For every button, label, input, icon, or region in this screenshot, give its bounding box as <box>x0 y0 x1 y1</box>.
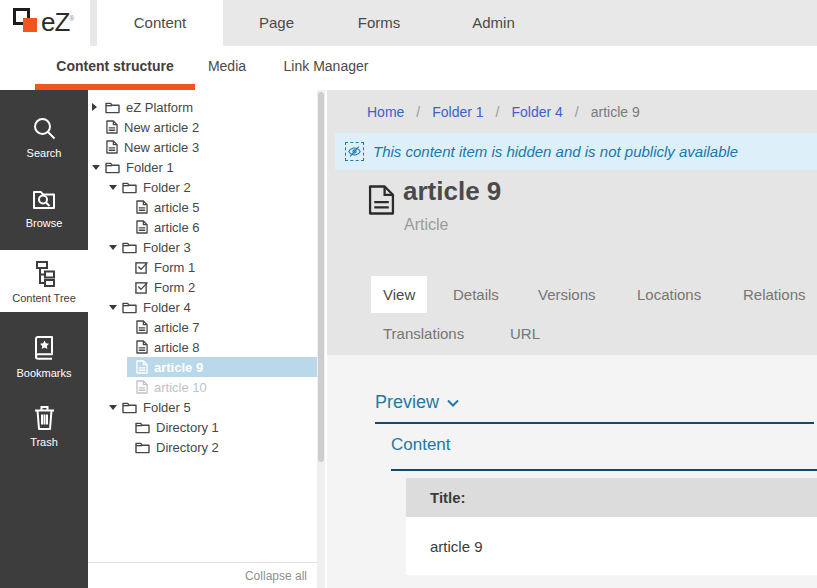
tab-relations[interactable]: Relations <box>731 276 817 313</box>
tree-item-form-1[interactable]: Form 1 <box>88 257 317 277</box>
tree-item-form-2[interactable]: Form 2 <box>88 277 317 297</box>
caret-down-icon[interactable] <box>92 165 100 170</box>
tree-scrollbar[interactable] <box>317 90 325 588</box>
tree-item-ez-platform[interactable]: eZ Platform <box>88 97 317 117</box>
sidebar-item-trash[interactable]: Trash <box>0 394 88 456</box>
tab-versions[interactable]: Versions <box>526 276 608 313</box>
field-label-title: Title: <box>406 478 817 517</box>
tree-item-label: article 7 <box>154 320 200 335</box>
tree-item-label: eZ Platform <box>126 100 193 115</box>
subnav-tab-content-structure[interactable]: Content structure <box>35 46 195 90</box>
caret-down-icon[interactable] <box>109 405 117 410</box>
tree-item-folder-2[interactable]: Folder 2 <box>88 177 317 197</box>
breadcrumb-link-folder-4[interactable]: Folder 4 <box>512 104 563 120</box>
hidden-eye-icon <box>345 142 364 161</box>
tree-item-label: Folder 4 <box>143 300 191 315</box>
sidebar-item-label: Browse <box>0 217 88 229</box>
tab-translations[interactable]: Translations <box>371 320 476 348</box>
tree-item-folder-1[interactable]: Folder 1 <box>88 157 317 177</box>
sidebar-item-content-tree[interactable]: Content Tree <box>0 250 88 312</box>
main-panel: Home / Folder 1 / Folder 4 / article 9 T… <box>327 90 817 588</box>
tree-item-label: Folder 1 <box>126 160 174 175</box>
field-value-title: article 9 <box>406 517 817 575</box>
tab-url[interactable]: URL <box>498 320 552 348</box>
tree-scrollbar-thumb[interactable] <box>318 92 324 462</box>
logo-text: eZ® <box>41 7 74 38</box>
folder-icon <box>135 441 150 454</box>
tree-item-article-7[interactable]: article 7 <box>88 317 317 337</box>
chevron-down-icon <box>447 399 459 407</box>
collapse-all-button[interactable]: Collapse all <box>88 562 317 588</box>
content-tree: eZ Platform New article 2 New article 3 … <box>88 97 317 457</box>
article-icon <box>136 380 148 394</box>
sub-nav: Content structure Media Link Manager <box>0 46 817 90</box>
notice-text: This content item is hidden and is not p… <box>373 143 738 160</box>
search-icon <box>30 114 58 142</box>
caret-right-icon[interactable] <box>92 103 97 111</box>
tree-item-directory-1[interactable]: Directory 1 <box>88 417 317 437</box>
folder-icon <box>122 241 137 254</box>
caret-down-icon[interactable] <box>109 305 117 310</box>
tree-item-new-article-3[interactable]: New article 3 <box>88 137 317 157</box>
sidebar-item-bookmarks[interactable]: Bookmarks <box>0 324 88 386</box>
tree-item-article-8[interactable]: article 8 <box>88 337 317 357</box>
hidden-content-notice: This content item is hidden and is not p… <box>335 133 817 170</box>
tab-details[interactable]: Details <box>441 276 511 313</box>
caret-down-icon[interactable] <box>109 185 117 190</box>
article-icon <box>106 120 118 134</box>
subnav-tab-media[interactable]: Media <box>196 46 258 90</box>
tab-view[interactable]: View <box>371 276 427 313</box>
sidebar-item-label: Search <box>0 147 88 159</box>
tree-item-label: Folder 2 <box>143 180 191 195</box>
breadcrumb-link-home[interactable]: Home <box>367 104 404 120</box>
content-tree-icon <box>30 260 58 287</box>
tree-item-article-9-selected[interactable]: article 9 <box>88 357 317 377</box>
tab-locations[interactable]: Locations <box>625 276 713 313</box>
tree-item-label: New article 3 <box>124 140 199 155</box>
tree-item-label: article 10 <box>154 380 207 395</box>
tree-item-new-article-2[interactable]: New article 2 <box>88 117 317 137</box>
tree-item-article-10-hidden[interactable]: article 10 <box>88 377 317 397</box>
content-type-label: Article <box>404 216 448 234</box>
tree-item-folder-4[interactable]: Folder 4 <box>88 297 317 317</box>
tree-item-article-5[interactable]: article 5 <box>88 197 317 217</box>
sidebar-item-browse[interactable]: Browse <box>0 176 88 238</box>
top-tab-content[interactable]: Content <box>97 0 223 46</box>
preview-section-toggle[interactable]: Preview <box>375 392 459 413</box>
folder-icon <box>105 101 120 114</box>
form-icon <box>135 261 148 274</box>
folder-icon <box>105 161 120 174</box>
sidebar-item-search[interactable]: Search <box>0 104 88 166</box>
caret-down-icon[interactable] <box>109 245 117 250</box>
preview-divider <box>375 422 814 424</box>
article-icon <box>136 320 148 334</box>
subnav-tab-label: Content structure <box>56 58 173 74</box>
left-sidebar: Search Browse Content Tree Bookmarks Tra… <box>0 90 88 588</box>
tree-item-article-6[interactable]: article 6 <box>88 217 317 237</box>
top-tab-forms[interactable]: Forms <box>330 0 428 46</box>
tree-item-label: Folder 3 <box>143 240 191 255</box>
tree-item-directory-2[interactable]: Directory 2 <box>88 437 317 457</box>
tree-item-label: Directory 1 <box>156 420 219 435</box>
breadcrumb-separator: / <box>496 104 500 120</box>
content-divider <box>391 469 817 471</box>
tree-item-folder-3[interactable]: Folder 3 <box>88 237 317 257</box>
sidebar-item-label: Bookmarks <box>0 367 88 379</box>
ez-logo[interactable]: eZ® <box>0 0 90 46</box>
preview-heading: Preview <box>375 392 439 413</box>
folder-icon <box>122 181 137 194</box>
breadcrumb-separator: / <box>575 104 579 120</box>
tree-item-label: article 9 <box>154 360 203 375</box>
top-tab-admin[interactable]: Admin <box>440 0 547 46</box>
top-tab-page[interactable]: Page <box>223 0 330 46</box>
tree-item-folder-5[interactable]: Folder 5 <box>88 397 317 417</box>
folder-icon <box>122 401 137 414</box>
breadcrumb-link-folder-1[interactable]: Folder 1 <box>432 104 483 120</box>
browse-icon <box>30 186 58 212</box>
article-icon <box>136 220 148 234</box>
breadcrumb-current: article 9 <box>591 104 640 120</box>
article-icon <box>368 184 395 216</box>
tree-item-label: Form 1 <box>154 260 195 275</box>
folder-icon <box>122 301 137 314</box>
subnav-tab-link-manager[interactable]: Link Manager <box>270 46 382 90</box>
